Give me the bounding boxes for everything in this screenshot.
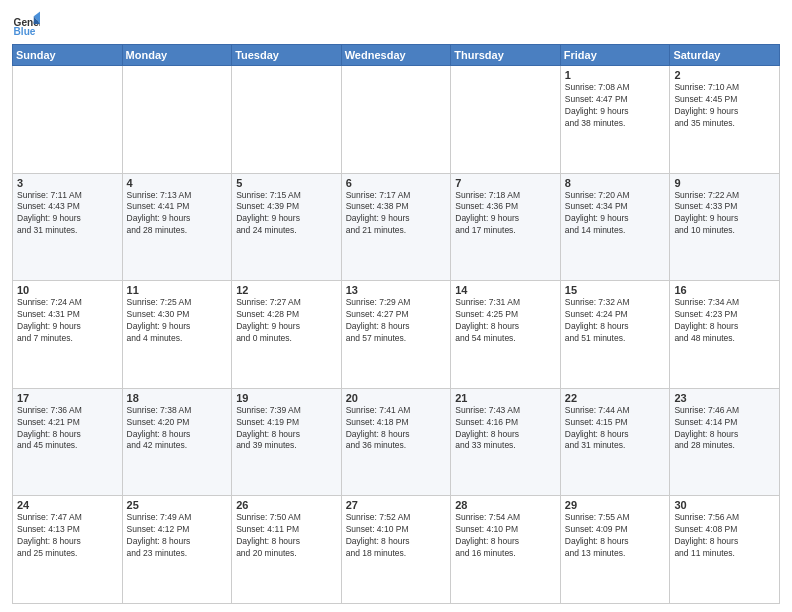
day-info: Sunrise: 7:52 AM Sunset: 4:10 PM Dayligh… xyxy=(346,512,447,560)
day-number: 21 xyxy=(455,392,556,404)
day-info: Sunrise: 7:20 AM Sunset: 4:34 PM Dayligh… xyxy=(565,190,666,238)
week-row-1: 1Sunrise: 7:08 AM Sunset: 4:47 PM Daylig… xyxy=(13,66,780,174)
day-number: 26 xyxy=(236,499,337,511)
day-info: Sunrise: 7:56 AM Sunset: 4:08 PM Dayligh… xyxy=(674,512,775,560)
day-number: 10 xyxy=(17,284,118,296)
day-cell: 21Sunrise: 7:43 AM Sunset: 4:16 PM Dayli… xyxy=(451,388,561,496)
weekday-monday: Monday xyxy=(122,45,232,66)
day-cell: 22Sunrise: 7:44 AM Sunset: 4:15 PM Dayli… xyxy=(560,388,670,496)
day-cell: 12Sunrise: 7:27 AM Sunset: 4:28 PM Dayli… xyxy=(232,281,342,389)
day-info: Sunrise: 7:55 AM Sunset: 4:09 PM Dayligh… xyxy=(565,512,666,560)
week-row-5: 24Sunrise: 7:47 AM Sunset: 4:13 PM Dayli… xyxy=(13,496,780,604)
day-number: 17 xyxy=(17,392,118,404)
day-info: Sunrise: 7:44 AM Sunset: 4:15 PM Dayligh… xyxy=(565,405,666,453)
day-cell: 2Sunrise: 7:10 AM Sunset: 4:45 PM Daylig… xyxy=(670,66,780,174)
day-cell: 14Sunrise: 7:31 AM Sunset: 4:25 PM Dayli… xyxy=(451,281,561,389)
day-cell: 28Sunrise: 7:54 AM Sunset: 4:10 PM Dayli… xyxy=(451,496,561,604)
weekday-tuesday: Tuesday xyxy=(232,45,342,66)
day-cell: 29Sunrise: 7:55 AM Sunset: 4:09 PM Dayli… xyxy=(560,496,670,604)
day-info: Sunrise: 7:27 AM Sunset: 4:28 PM Dayligh… xyxy=(236,297,337,345)
weekday-wednesday: Wednesday xyxy=(341,45,451,66)
day-cell: 16Sunrise: 7:34 AM Sunset: 4:23 PM Dayli… xyxy=(670,281,780,389)
day-info: Sunrise: 7:22 AM Sunset: 4:33 PM Dayligh… xyxy=(674,190,775,238)
day-number: 1 xyxy=(565,69,666,81)
day-cell: 13Sunrise: 7:29 AM Sunset: 4:27 PM Dayli… xyxy=(341,281,451,389)
day-number: 6 xyxy=(346,177,447,189)
day-cell xyxy=(122,66,232,174)
svg-text:Blue: Blue xyxy=(14,26,36,37)
day-cell: 9Sunrise: 7:22 AM Sunset: 4:33 PM Daylig… xyxy=(670,173,780,281)
day-cell: 6Sunrise: 7:17 AM Sunset: 4:38 PM Daylig… xyxy=(341,173,451,281)
week-row-2: 3Sunrise: 7:11 AM Sunset: 4:43 PM Daylig… xyxy=(13,173,780,281)
day-info: Sunrise: 7:50 AM Sunset: 4:11 PM Dayligh… xyxy=(236,512,337,560)
week-row-3: 10Sunrise: 7:24 AM Sunset: 4:31 PM Dayli… xyxy=(13,281,780,389)
logo-icon: General Blue xyxy=(12,10,40,38)
week-row-4: 17Sunrise: 7:36 AM Sunset: 4:21 PM Dayli… xyxy=(13,388,780,496)
day-cell: 4Sunrise: 7:13 AM Sunset: 4:41 PM Daylig… xyxy=(122,173,232,281)
weekday-saturday: Saturday xyxy=(670,45,780,66)
day-info: Sunrise: 7:24 AM Sunset: 4:31 PM Dayligh… xyxy=(17,297,118,345)
weekday-thursday: Thursday xyxy=(451,45,561,66)
day-number: 3 xyxy=(17,177,118,189)
day-info: Sunrise: 7:25 AM Sunset: 4:30 PM Dayligh… xyxy=(127,297,228,345)
day-info: Sunrise: 7:15 AM Sunset: 4:39 PM Dayligh… xyxy=(236,190,337,238)
day-number: 11 xyxy=(127,284,228,296)
day-cell: 27Sunrise: 7:52 AM Sunset: 4:10 PM Dayli… xyxy=(341,496,451,604)
logo: General Blue xyxy=(12,10,44,38)
day-cell: 25Sunrise: 7:49 AM Sunset: 4:12 PM Dayli… xyxy=(122,496,232,604)
day-cell xyxy=(232,66,342,174)
day-info: Sunrise: 7:39 AM Sunset: 4:19 PM Dayligh… xyxy=(236,405,337,453)
day-number: 29 xyxy=(565,499,666,511)
day-info: Sunrise: 7:34 AM Sunset: 4:23 PM Dayligh… xyxy=(674,297,775,345)
day-number: 28 xyxy=(455,499,556,511)
day-cell: 5Sunrise: 7:15 AM Sunset: 4:39 PM Daylig… xyxy=(232,173,342,281)
day-info: Sunrise: 7:41 AM Sunset: 4:18 PM Dayligh… xyxy=(346,405,447,453)
day-info: Sunrise: 7:17 AM Sunset: 4:38 PM Dayligh… xyxy=(346,190,447,238)
day-number: 16 xyxy=(674,284,775,296)
calendar-body: 1Sunrise: 7:08 AM Sunset: 4:47 PM Daylig… xyxy=(13,66,780,604)
day-info: Sunrise: 7:47 AM Sunset: 4:13 PM Dayligh… xyxy=(17,512,118,560)
weekday-friday: Friday xyxy=(560,45,670,66)
day-cell: 23Sunrise: 7:46 AM Sunset: 4:14 PM Dayli… xyxy=(670,388,780,496)
day-info: Sunrise: 7:36 AM Sunset: 4:21 PM Dayligh… xyxy=(17,405,118,453)
day-cell: 20Sunrise: 7:41 AM Sunset: 4:18 PM Dayli… xyxy=(341,388,451,496)
day-number: 25 xyxy=(127,499,228,511)
day-number: 15 xyxy=(565,284,666,296)
day-cell: 18Sunrise: 7:38 AM Sunset: 4:20 PM Dayli… xyxy=(122,388,232,496)
day-cell: 30Sunrise: 7:56 AM Sunset: 4:08 PM Dayli… xyxy=(670,496,780,604)
day-number: 19 xyxy=(236,392,337,404)
day-cell: 1Sunrise: 7:08 AM Sunset: 4:47 PM Daylig… xyxy=(560,66,670,174)
day-cell: 7Sunrise: 7:18 AM Sunset: 4:36 PM Daylig… xyxy=(451,173,561,281)
day-info: Sunrise: 7:46 AM Sunset: 4:14 PM Dayligh… xyxy=(674,405,775,453)
day-info: Sunrise: 7:13 AM Sunset: 4:41 PM Dayligh… xyxy=(127,190,228,238)
day-number: 7 xyxy=(455,177,556,189)
day-info: Sunrise: 7:11 AM Sunset: 4:43 PM Dayligh… xyxy=(17,190,118,238)
day-cell xyxy=(341,66,451,174)
day-cell: 17Sunrise: 7:36 AM Sunset: 4:21 PM Dayli… xyxy=(13,388,123,496)
day-number: 9 xyxy=(674,177,775,189)
weekday-header-row: SundayMondayTuesdayWednesdayThursdayFrid… xyxy=(13,45,780,66)
day-info: Sunrise: 7:29 AM Sunset: 4:27 PM Dayligh… xyxy=(346,297,447,345)
day-info: Sunrise: 7:32 AM Sunset: 4:24 PM Dayligh… xyxy=(565,297,666,345)
day-info: Sunrise: 7:08 AM Sunset: 4:47 PM Dayligh… xyxy=(565,82,666,130)
day-number: 12 xyxy=(236,284,337,296)
day-number: 14 xyxy=(455,284,556,296)
day-cell: 24Sunrise: 7:47 AM Sunset: 4:13 PM Dayli… xyxy=(13,496,123,604)
page: General Blue SundayMondayTuesdayWednesda… xyxy=(0,0,792,612)
day-number: 27 xyxy=(346,499,447,511)
day-info: Sunrise: 7:49 AM Sunset: 4:12 PM Dayligh… xyxy=(127,512,228,560)
day-cell xyxy=(13,66,123,174)
day-number: 22 xyxy=(565,392,666,404)
day-number: 24 xyxy=(17,499,118,511)
weekday-sunday: Sunday xyxy=(13,45,123,66)
day-info: Sunrise: 7:54 AM Sunset: 4:10 PM Dayligh… xyxy=(455,512,556,560)
day-cell: 3Sunrise: 7:11 AM Sunset: 4:43 PM Daylig… xyxy=(13,173,123,281)
day-number: 30 xyxy=(674,499,775,511)
day-info: Sunrise: 7:10 AM Sunset: 4:45 PM Dayligh… xyxy=(674,82,775,130)
day-info: Sunrise: 7:43 AM Sunset: 4:16 PM Dayligh… xyxy=(455,405,556,453)
day-cell: 10Sunrise: 7:24 AM Sunset: 4:31 PM Dayli… xyxy=(13,281,123,389)
day-number: 5 xyxy=(236,177,337,189)
day-cell xyxy=(451,66,561,174)
day-cell: 15Sunrise: 7:32 AM Sunset: 4:24 PM Dayli… xyxy=(560,281,670,389)
day-number: 4 xyxy=(127,177,228,189)
